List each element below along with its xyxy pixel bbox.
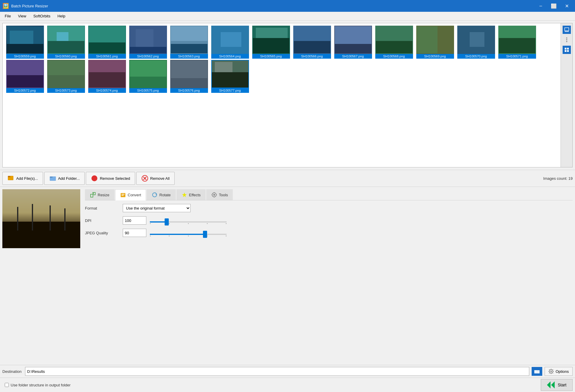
- tab-resize[interactable]: Resize: [85, 189, 114, 200]
- app-title: Batch Picture Resizer: [11, 4, 48, 8]
- list-item[interactable]: SH100565.png: [251, 26, 291, 59]
- list-item[interactable]: SH100572.png: [5, 60, 45, 93]
- bottom-row: Use folder structure in output folder St…: [0, 378, 575, 392]
- svg-rect-22: [335, 26, 372, 44]
- format-select[interactable]: Use the original format JPEG PNG BMP TIF…: [123, 204, 191, 212]
- image-name: SH100559.png: [6, 54, 44, 59]
- remove-all-button[interactable]: Remove All: [136, 172, 175, 185]
- view-option-dots[interactable]: [565, 36, 569, 43]
- destination-bar: Destination Options: [0, 365, 575, 378]
- folder-structure-label[interactable]: Use folder structure in output folder: [11, 383, 71, 387]
- svg-point-84: [551, 371, 552, 372]
- rotate-icon: [152, 192, 158, 198]
- svg-marker-94: [551, 381, 555, 388]
- jpeg-quality-slider-track[interactable]: [150, 234, 227, 235]
- list-item[interactable]: SH100566.png: [292, 26, 332, 59]
- preview-image: [2, 189, 80, 248]
- dpi-row: DPI: [85, 216, 573, 225]
- list-item[interactable]: SH100571.png: [497, 26, 537, 59]
- menu-softorbits[interactable]: SoftOrbits: [30, 13, 54, 19]
- image-name: SH100563.png: [170, 54, 208, 59]
- minimize-button[interactable]: –: [535, 1, 547, 10]
- view-option-1[interactable]: [563, 26, 571, 34]
- svg-rect-37: [89, 72, 126, 88]
- add-files-button[interactable]: Add File(s)...: [2, 172, 43, 185]
- list-item[interactable]: SH100576.png: [169, 60, 209, 93]
- view-option-grid[interactable]: [563, 46, 571, 54]
- svg-point-76: [213, 194, 215, 196]
- images-count: Images count: 19: [543, 176, 573, 181]
- svg-rect-69: [93, 192, 95, 195]
- list-item[interactable]: SH100561.png: [87, 26, 127, 59]
- format-label: Format: [85, 206, 120, 210]
- list-item[interactable]: SH100573.png: [46, 60, 86, 93]
- add-folder-icon: [49, 175, 56, 182]
- list-item[interactable]: SH100560.png: [46, 26, 86, 59]
- svg-rect-23: [335, 44, 372, 54]
- list-item[interactable]: SH100559.png: [5, 26, 45, 59]
- menu-view[interactable]: View: [14, 13, 30, 19]
- options-button[interactable]: Options: [545, 367, 573, 376]
- jpeg-quality-row: JPEG Quality: [85, 229, 573, 237]
- close-button[interactable]: ✕: [561, 1, 573, 10]
- list-item[interactable]: SH100570.png: [456, 26, 496, 59]
- tab-tools[interactable]: Tools: [206, 189, 233, 200]
- menu-file[interactable]: File: [1, 13, 14, 19]
- svg-rect-41: [171, 60, 208, 78]
- add-files-icon: [7, 175, 14, 182]
- list-item[interactable]: SH100563.png: [169, 26, 209, 59]
- image-name: SH100560.png: [47, 54, 85, 59]
- restore-button[interactable]: ⬜: [548, 1, 560, 10]
- jpeg-quality-input[interactable]: [123, 229, 146, 237]
- preview-area: [0, 187, 83, 365]
- image-grid-container[interactable]: SH100559.png SH100560.png SH100561.png S…: [2, 23, 573, 167]
- tab-effects[interactable]: Effects: [176, 189, 206, 200]
- svg-rect-82: [534, 370, 537, 371]
- tab-convert[interactable]: Convert: [115, 189, 146, 200]
- dpi-slider-track[interactable]: [150, 221, 227, 223]
- start-button[interactable]: Start: [541, 379, 573, 391]
- svg-rect-50: [567, 50, 569, 52]
- destination-input[interactable]: [25, 367, 529, 376]
- list-item[interactable]: SH100564.png: [210, 26, 250, 59]
- image-name: SH100571.png: [498, 54, 536, 59]
- svg-rect-87: [548, 371, 549, 372]
- image-name: SH100577.png: [211, 88, 249, 93]
- list-item[interactable]: SH100574.png: [87, 60, 127, 93]
- svg-rect-49: [565, 50, 566, 52]
- tab-rotate[interactable]: Rotate: [147, 189, 176, 200]
- image-name: SH100561.png: [88, 54, 126, 59]
- browse-destination-button[interactable]: [532, 367, 542, 376]
- folder-structure-checkbox[interactable]: [5, 383, 9, 387]
- svg-rect-9: [136, 29, 153, 50]
- svg-rect-92: [553, 373, 553, 374]
- list-item[interactable]: SH100577.png: [210, 60, 250, 93]
- view-options-sidebar: [561, 23, 572, 167]
- remove-selected-button[interactable]: Remove Selected: [86, 172, 135, 185]
- tools-icon: [211, 192, 217, 198]
- list-item[interactable]: SH100575.png: [128, 60, 168, 93]
- menu-help[interactable]: Help: [54, 13, 69, 19]
- remove-all-icon: [141, 175, 148, 182]
- svg-rect-25: [376, 41, 413, 54]
- svg-rect-13: [171, 44, 208, 54]
- svg-rect-18: [256, 28, 288, 38]
- folder-browse-icon: [534, 369, 540, 374]
- svg-rect-68: [91, 194, 93, 197]
- image-name: SH100574.png: [88, 88, 126, 93]
- svg-rect-2: [7, 44, 44, 54]
- svg-rect-72: [122, 195, 124, 196]
- list-item[interactable]: SH100562.png: [128, 26, 168, 59]
- svg-rect-89: [549, 369, 550, 370]
- image-name: SH100572.png: [6, 88, 44, 93]
- list-item[interactable]: SH100567.png: [333, 26, 373, 59]
- svg-rect-44: [215, 62, 232, 72]
- list-item[interactable]: SH100568.png: [374, 26, 414, 59]
- jpeg-quality-slider-container: [149, 231, 573, 235]
- image-name: SH100569.png: [416, 54, 454, 59]
- window-controls: – ⬜ ✕: [535, 1, 573, 10]
- dpi-input[interactable]: [123, 216, 146, 225]
- add-folder-button[interactable]: Add Folder...: [44, 172, 85, 185]
- list-item[interactable]: SH100569.png: [415, 26, 455, 59]
- image-name: SH100575.png: [129, 88, 167, 93]
